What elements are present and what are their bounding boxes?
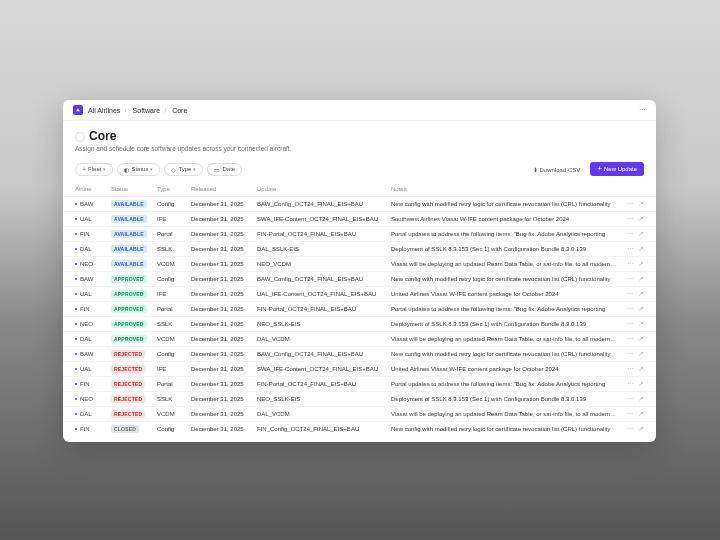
table-row[interactable]: FINAVAILABLEPortalDecember 31, 2025FIN-P… (63, 226, 656, 241)
more-icon[interactable]: ⋯ (627, 350, 634, 358)
new-update-button[interactable]: +New Update (590, 162, 644, 176)
filter-date[interactable]: ▭Date (207, 163, 242, 176)
released-cell: December 31, 2025 (191, 366, 253, 372)
breadcrumb-section[interactable]: Software (133, 107, 161, 114)
page-subtitle: Assign and schedule core software update… (75, 145, 644, 152)
open-icon[interactable]: ↗ (638, 410, 644, 418)
filter-fleet[interactable]: +Fleet▾ (75, 163, 113, 176)
airline-cell: BAW (75, 276, 107, 282)
col-notes[interactable]: Notes (391, 186, 616, 192)
status-cell: REJECTED (111, 350, 153, 358)
app-logo[interactable] (73, 105, 83, 115)
more-icon[interactable]: ⋯ (627, 290, 634, 298)
open-icon[interactable]: ↗ (638, 275, 644, 283)
table-row[interactable]: FINAPPROVEDPortalDecember 31, 2025FIN-Po… (63, 301, 656, 316)
more-icon[interactable]: ⋯ (627, 410, 634, 418)
airline-code: UAL (80, 216, 92, 222)
dot-icon (75, 218, 77, 220)
col-status[interactable]: Status (111, 186, 153, 192)
col-type[interactable]: Type (157, 186, 187, 192)
more-icon[interactable]: ⋯ (627, 200, 634, 208)
breadcrumb-page[interactable]: Core (172, 107, 187, 114)
open-icon[interactable]: ↗ (638, 320, 644, 328)
more-icon[interactable]: ⋯ (627, 395, 634, 403)
table-row[interactable]: DALAVAILABLESSLKDecember 31, 2025DAL_SSL… (63, 241, 656, 256)
open-icon[interactable]: ↗ (638, 260, 644, 268)
status-badge: AVAILABLE (111, 245, 147, 253)
status-badge: AVAILABLE (111, 260, 147, 268)
download-csv-button[interactable]: ⬇ Download CSV (527, 164, 586, 175)
more-icon[interactable]: ⋯ (627, 275, 634, 283)
table-row[interactable]: BAWREJECTEDConfigDecember 31, 2025BAW_Co… (63, 346, 656, 361)
airline-code: NEO (80, 396, 93, 402)
table-row[interactable]: DALAPPROVEDVCDMDecember 31, 2025DAL_VCDM… (63, 331, 656, 346)
table-row[interactable]: NEOAPPROVEDSSLKDecember 31, 2025NEO_SSLK… (63, 316, 656, 331)
more-icon[interactable]: ⋯ (627, 335, 634, 343)
open-icon[interactable]: ↗ (638, 425, 644, 433)
more-icon[interactable]: ⋯ (627, 380, 634, 388)
breadcrumb-org[interactable]: All Airlines (88, 107, 120, 114)
notes-cell: Viasat will be deploying an updated Ream… (391, 411, 616, 417)
row-actions: ⋯↗ (620, 305, 644, 313)
update-name: FIN-Portal_OCT24_FINAL_EIS+BAU (257, 306, 387, 312)
table-row[interactable]: NEOAVAILABLEVCDMDecember 31, 2025NEO_VCD… (63, 256, 656, 271)
update-name: BAW_Config_OCT24_FINAL_EIS+BAU (257, 201, 387, 207)
airline-cell: DAL (75, 336, 107, 342)
open-icon[interactable]: ↗ (638, 395, 644, 403)
more-icon[interactable]: ⋯ (627, 425, 634, 433)
update-name: SWA_IFE-Content_OCT24_FINAL_EIS+BAU (257, 216, 387, 222)
open-icon[interactable]: ↗ (638, 290, 644, 298)
table-row[interactable]: BAWAPPROVEDConfigDecember 31, 2025BAW_Co… (63, 271, 656, 286)
update-name: NEO_SSLK-EIS (257, 396, 387, 402)
table-row[interactable]: BAWAVAILABLEConfigDecember 31, 2025BAW_C… (63, 196, 656, 211)
more-icon[interactable]: ⋯ (627, 215, 634, 223)
open-icon[interactable]: ↗ (638, 335, 644, 343)
col-airline[interactable]: Airline (75, 186, 107, 192)
airline-code: UAL (80, 291, 92, 297)
airline-code: UAL (80, 366, 92, 372)
table-header: Airline Status Type Released Update Note… (63, 182, 656, 196)
open-icon[interactable]: ↗ (638, 215, 644, 223)
open-icon[interactable]: ↗ (638, 230, 644, 238)
table-row[interactable]: UALAPPROVEDIFEDecember 31, 2025UAL_IFE-C… (63, 286, 656, 301)
filter-status[interactable]: ◐Status▾ (117, 163, 160, 176)
more-icon[interactable]: ⋯ (627, 365, 634, 373)
more-icon[interactable]: ⋯ (627, 230, 634, 238)
type-cell: SSLK (157, 396, 187, 402)
status-badge: REJECTED (111, 410, 145, 418)
dot-icon (75, 233, 77, 235)
table-row[interactable]: DALREJECTEDVCDMDecember 31, 2025DAL_VCDM… (63, 406, 656, 421)
more-icon[interactable]: ⋯ (627, 245, 634, 253)
notes-cell: Portal updates to address the following … (391, 381, 616, 387)
open-icon[interactable]: ↗ (638, 305, 644, 313)
breadcrumb: All Airlines› Software/ Core (88, 107, 187, 114)
notes-cell: Deployment of SSLK 8.3.153 (Sec 1) with … (391, 321, 616, 327)
filter-type[interactable]: ◇Type▾ (164, 163, 203, 176)
notes-cell: New config with modified retry logic for… (391, 201, 616, 207)
table-row[interactable]: NEOREJECTEDSSLKDecember 31, 2025NEO_SSLK… (63, 391, 656, 406)
more-icon[interactable]: ⋯ (627, 305, 634, 313)
col-released[interactable]: Released (191, 186, 253, 192)
open-icon[interactable]: ↗ (638, 200, 644, 208)
notes-cell: Portal updates to address the following … (391, 306, 616, 312)
open-icon[interactable]: ↗ (638, 350, 644, 358)
row-actions: ⋯↗ (620, 350, 644, 358)
chevron-down-icon: ▾ (193, 166, 196, 172)
table-row[interactable]: FINCLOSEDConfigDecember 31, 2025FIN_Conf… (63, 421, 656, 436)
open-icon[interactable]: ↗ (638, 380, 644, 388)
airline-cell: UAL (75, 366, 107, 372)
table-row[interactable]: UALAVAILABLEIFEDecember 31, 2025SWA_IFE-… (63, 211, 656, 226)
col-update[interactable]: Update (257, 186, 387, 192)
more-icon[interactable]: ⋯ (627, 320, 634, 328)
airline-code: DAL (80, 246, 92, 252)
airline-code: BAW (80, 276, 93, 282)
table-row[interactable]: FINREJECTEDPortalDecember 31, 2025FIN-Po… (63, 376, 656, 391)
more-icon[interactable]: ⋯ (627, 260, 634, 268)
table-row[interactable]: UALREJECTEDIFEDecember 31, 2025SWA_IFE-C… (63, 361, 656, 376)
open-icon[interactable]: ↗ (638, 365, 644, 373)
type-cell: Config (157, 276, 187, 282)
more-icon[interactable]: ⋯ (639, 106, 646, 114)
open-icon[interactable]: ↗ (638, 245, 644, 253)
row-actions: ⋯↗ (620, 200, 644, 208)
dot-icon (75, 398, 77, 400)
